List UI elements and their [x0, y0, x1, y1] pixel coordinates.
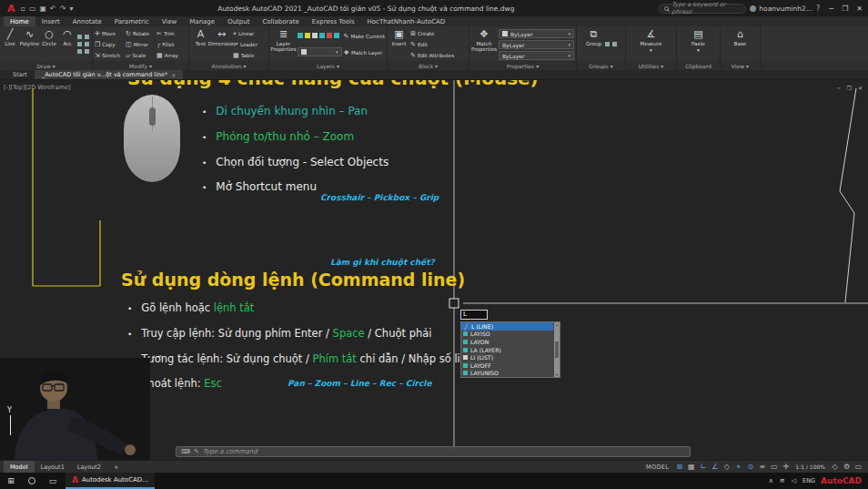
group-tool-icon[interactable] [612, 42, 617, 46]
scrollbar-thumb[interactable] [555, 341, 559, 358]
stretch-button[interactable]: ⇲Stretch [95, 52, 126, 59]
autocomplete-item[interactable]: LI (LIST) [461, 353, 553, 362]
match-layer-button[interactable]: ❖Match Layer [344, 49, 385, 56]
command-input[interactable]: L [460, 310, 488, 320]
dimension-button[interactable]: ↔ Dimension [212, 28, 231, 61]
customize-icon[interactable]: ✎ [194, 448, 199, 455]
panel-label-view[interactable]: View ▾ [721, 61, 760, 70]
panel-label-groups[interactable]: Groups ▾ [577, 61, 625, 70]
scroll-up-icon[interactable]: ▴ [556, 322, 558, 327]
lineweight-toggle-icon[interactable]: ≡ [756, 461, 768, 473]
layer-state-icons[interactable] [298, 33, 342, 38]
viewport-close-icon[interactable]: ✕ [858, 85, 863, 91]
workspace-gear-icon[interactable]: ⚙ [841, 461, 853, 473]
scroll-down-icon[interactable]: ▾ [556, 372, 558, 377]
object-color-dropdown[interactable]: ByLayer ▾ [499, 29, 574, 38]
tab-insert[interactable]: Insert [35, 16, 66, 26]
autocomplete-item[interactable]: LAYISO [461, 331, 553, 339]
undo-icon[interactable]: ↶ [50, 5, 56, 13]
autocomplete-item[interactable]: ╱L (LINE) [461, 322, 553, 331]
autocomplete-scrollbar[interactable]: ▴ ▾ [554, 322, 560, 377]
help-icon[interactable]: ? [816, 5, 820, 13]
panel-label-utilities[interactable]: Utilities ▾ [626, 61, 676, 70]
groups-extra-tools[interactable] [605, 28, 618, 61]
tab-layout2[interactable]: Layout2 [71, 461, 107, 473]
signed-in-user[interactable]: hoanvuminh2... [750, 5, 812, 13]
tab-layout1[interactable]: Layout1 [35, 461, 71, 473]
tab-model[interactable]: Model [4, 461, 35, 473]
layer-properties-button[interactable]: ≣ Layer Properties [271, 28, 296, 61]
rotate-button[interactable]: ↻Rotate [126, 30, 156, 37]
match-properties-button[interactable]: ❖ Match Properties [471, 28, 497, 61]
volume-icon[interactable]: ◁ [792, 477, 796, 484]
maximize-button[interactable]: ❐ [842, 5, 848, 13]
lineweight-dropdown[interactable]: ByLayer ▾ [499, 51, 574, 60]
save-icon[interactable]: ▣ [40, 5, 47, 13]
mirror-button[interactable]: ◫Mirror [126, 41, 156, 48]
otrack-toggle-icon[interactable]: ⊙ [744, 461, 756, 473]
create-block-button[interactable]: ⊞Create [410, 30, 454, 37]
tab-express-tools[interactable]: Express Tools [306, 16, 361, 26]
paste-button[interactable]: ▤ Paste ▾ [685, 28, 712, 61]
osnap-toggle-icon[interactable]: ⌖ [732, 461, 744, 473]
dynamic-input-toggle-icon[interactable]: ▭ [768, 461, 780, 473]
linetype-dropdown[interactable]: ByLayer ▾ [499, 40, 574, 49]
taskbar-autocad-app[interactable]: A Autodesk AutoCAD... [66, 473, 155, 489]
command-line-placeholder[interactable]: Type a command [203, 448, 257, 455]
draw-tool-icon[interactable] [85, 49, 89, 54]
isodraft-toggle-icon[interactable]: ◇ [721, 461, 732, 473]
viewport-restore-icon[interactable]: ❐ [847, 85, 852, 91]
autocad-logo-icon[interactable]: A [5, 4, 17, 14]
make-current-button[interactable]: ✎Make Current [344, 33, 385, 40]
open-file-icon[interactable]: ▭ [29, 5, 36, 13]
tab-active-drawing[interactable]: _AutoCAD tối giản v...ột và command line… [35, 70, 183, 79]
autocomplete-item[interactable]: LAYUNISO [461, 370, 553, 378]
tab-parametric[interactable]: Parametric [108, 16, 156, 26]
tray-expand-icon[interactable]: ∧ [769, 477, 773, 484]
autocomplete-item[interactable]: LAYON [461, 338, 553, 346]
base-button[interactable]: ⌂ Base [727, 28, 754, 61]
start-button[interactable]: ⊞ [0, 473, 22, 489]
viewport-minimize-icon[interactable]: ─ [837, 85, 841, 91]
task-view-button[interactable]: ▭ [42, 473, 64, 489]
edit-block-button[interactable]: ✎Edit [410, 41, 454, 48]
move-button[interactable]: ✛Move [95, 30, 126, 37]
tab-collaborate[interactable]: Collaborate [256, 16, 305, 26]
panel-label-properties[interactable]: Properties ▾ [469, 61, 576, 70]
polar-toggle-icon[interactable]: ∠ [709, 461, 721, 473]
tab-view[interactable]: View [156, 16, 184, 26]
autocomplete-item[interactable]: LA (LAYER) [461, 346, 553, 354]
panel-label-draw[interactable]: Draw ▾ [0, 61, 92, 70]
panel-label-modify[interactable]: Modify ▾ [93, 61, 188, 70]
leader-button[interactable]: ↗Leader [233, 41, 257, 48]
tab-start[interactable]: Start [5, 70, 35, 79]
model-space-label[interactable]: MODEL [641, 461, 673, 473]
draw-tool-icon[interactable] [85, 35, 89, 39]
qat-more-icon[interactable]: ▾ [69, 5, 73, 13]
command-line-bar[interactable]: ⌨ ✎ Type a command [176, 446, 691, 457]
annotation-scale-value[interactable]: 1:1 / 100% [792, 461, 829, 473]
panel-label-annotation[interactable]: Annotation ▾ [189, 61, 268, 70]
array-button[interactable]: ▦Array [156, 52, 187, 59]
close-tab-icon[interactable]: ✕ [171, 72, 176, 78]
search-taskbar-button[interactable] [22, 473, 42, 489]
tab-annotate[interactable]: Annotate [66, 16, 108, 26]
minimize-button[interactable]: ─ [829, 5, 833, 13]
grid-toggle-icon[interactable]: ⊞ [673, 461, 685, 473]
draw-tool-icon[interactable] [77, 35, 82, 39]
customization-icon[interactable]: ▭ [853, 461, 864, 473]
panel-label-clipboard[interactable]: Clipboard [677, 61, 720, 70]
panel-label-block[interactable]: Block ▾ [388, 61, 469, 70]
draw-tool-icon[interactable] [77, 42, 82, 46]
tab-home[interactable]: Home [4, 16, 35, 26]
layer-dropdown[interactable]: ▾ [298, 47, 342, 56]
ortho-toggle-icon[interactable]: ∟ [697, 461, 709, 473]
group-button[interactable]: ⧉ Group [584, 28, 603, 61]
add-layout-button[interactable]: + [107, 461, 125, 473]
polyline-button[interactable]: ∿ Polyline [20, 28, 39, 61]
viewport-controls-label[interactable]: [-][Top][2D Wireframe] [4, 84, 71, 91]
insert-button[interactable]: ▣ Insert [389, 28, 409, 61]
trim-button[interactable]: ✂Trim [156, 30, 187, 37]
draw-extra-tools[interactable] [77, 28, 90, 61]
language-indicator[interactable]: ENG [802, 477, 815, 484]
